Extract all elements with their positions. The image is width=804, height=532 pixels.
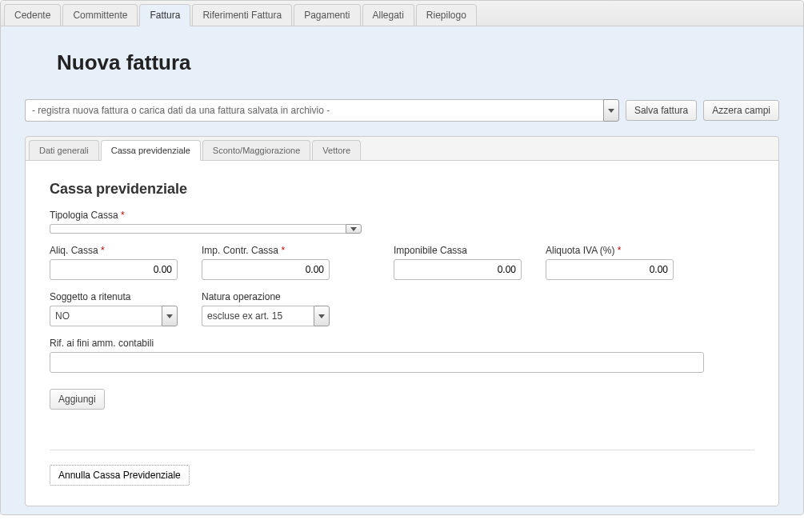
tab-fattura[interactable]: Fattura [139,4,190,26]
tab-riferimenti-fattura[interactable]: Riferimenti Fattura [192,4,292,26]
inner-tab-vettore[interactable]: Vettore [312,140,361,160]
save-button[interactable]: Salva fattura [626,100,697,121]
imp-contr-cassa-input[interactable] [202,259,330,280]
imponibile-cassa-label: Imponibile Cassa [394,245,522,256]
archive-select[interactable]: - registra nuova fattura o carica dati d… [25,99,619,122]
chevron-down-icon [166,314,173,318]
chevron-down-icon [608,109,614,113]
soggetto-ritenuta-value: NO [50,306,162,326]
natura-operazione-select[interactable]: escluse ex art. 15 [202,306,330,326]
soggetto-ritenuta-select[interactable]: NO [50,306,178,326]
app-window: Cedente Committente Fattura Riferimenti … [0,0,804,515]
inner-tab-content: Cassa previdenziale Tipologia Cassa * [26,161,778,506]
section-title: Cassa previdenziale [50,181,754,198]
rif-amm-contabili-input[interactable] [50,352,704,373]
aliquota-iva-label: Aliquota IVA (%) * [546,245,674,256]
inner-tabs: Dati generali Cassa previdenziale Sconto… [26,137,778,161]
inner-tabs-panel: Dati generali Cassa previdenziale Sconto… [25,136,779,506]
archive-select-dropdown-button[interactable] [603,99,619,122]
aliq-cassa-label: Aliq. Cassa * [50,245,178,256]
chevron-down-icon [318,314,325,318]
aliq-cassa-input[interactable] [50,259,178,280]
aliquota-iva-input[interactable] [546,259,674,280]
natura-operazione-value: escluse ex art. 15 [202,306,314,326]
soggetto-ritenuta-dropdown-button[interactable] [162,306,178,326]
tab-cedente[interactable]: Cedente [4,4,61,26]
tipologia-cassa-label: Tipologia Cassa * [50,210,362,221]
soggetto-ritenuta-label: Soggetto a ritenuta [50,291,178,302]
separator [50,450,754,450]
reset-button[interactable]: Azzera campi [703,100,779,121]
tab-fattura-content: Nuova fattura - registra nuova fattura o… [1,26,803,514]
tab-riepilogo[interactable]: Riepilogo [416,4,477,26]
inner-tab-cassa-previdenziale[interactable]: Cassa previdenziale [101,140,201,161]
tipologia-cassa-dropdown-button[interactable] [346,224,362,234]
imponibile-cassa-input[interactable] [394,259,522,280]
tab-allegati[interactable]: Allegati [362,4,414,26]
tipologia-cassa-value [50,224,346,234]
inner-tab-dati-generali[interactable]: Dati generali [29,140,99,160]
rif-amm-contabili-label: Rif. ai fini amm. contabili [50,338,704,349]
tipologia-cassa-select[interactable] [50,224,362,234]
annulla-cassa-button[interactable]: Annulla Cassa Previdenziale [50,465,190,486]
chevron-down-icon [350,227,357,231]
inner-tab-sconto-maggiorazione[interactable]: Sconto/Maggiorazione [202,140,310,160]
natura-operazione-dropdown-button[interactable] [314,306,330,326]
archive-select-value: - registra nuova fattura o carica dati d… [25,99,603,122]
toolbar: - registra nuova fattura o carica dati d… [25,99,779,122]
page-title: Nuova fattura [57,50,779,75]
tab-committente[interactable]: Committente [62,4,138,26]
imp-contr-cassa-label: Imp. Contr. Cassa * [202,245,330,256]
natura-operazione-label: Natura operazione [202,291,330,302]
main-tabs: Cedente Committente Fattura Riferimenti … [1,1,803,26]
aggiungi-button[interactable]: Aggiungi [50,389,105,410]
tab-pagamenti[interactable]: Pagamenti [294,4,360,26]
